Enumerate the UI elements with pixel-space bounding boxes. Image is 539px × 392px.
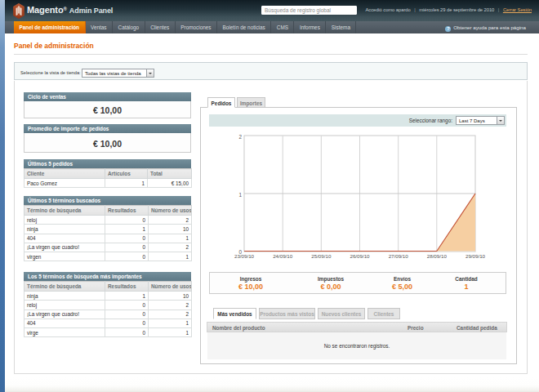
svg-text:29/09/10: 29/09/10: [466, 253, 486, 259]
svg-text:25/09/10: 25/09/10: [311, 253, 332, 259]
svg-text:2: 2: [238, 134, 242, 140]
svg-text:1: 1: [238, 192, 242, 198]
svg-text:24/09/10: 24/09/10: [273, 253, 293, 259]
svg-text:27/09/10: 27/09/10: [389, 253, 409, 259]
svg-text:26/09/10: 26/09/10: [350, 253, 370, 259]
svg-text:23/09/10: 23/09/10: [234, 253, 255, 259]
svg-text:28/09/10: 28/09/10: [427, 253, 448, 259]
